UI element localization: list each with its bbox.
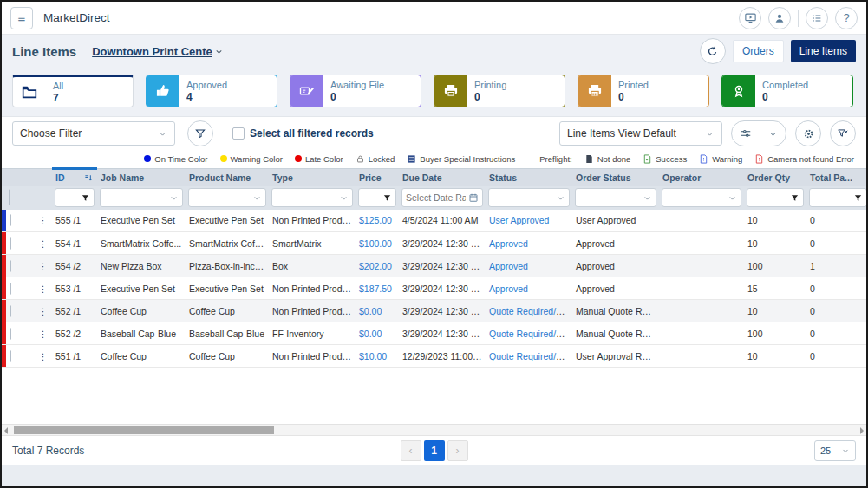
order-status-filter-select[interactable] xyxy=(575,188,656,207)
scroll-right-arrow-icon[interactable] xyxy=(860,427,864,434)
line-items-tab-button[interactable]: Line Items xyxy=(791,40,856,62)
next-page-button[interactable]: › xyxy=(447,440,468,461)
table-row[interactable]: ⋮ 554 /1 SmartMatrix Coffe... SmartMatri… xyxy=(2,232,868,255)
view-options-split-button[interactable] xyxy=(731,120,786,146)
location-selector-link[interactable]: Downtown Print Cente xyxy=(92,45,224,58)
status-card-printed[interactable]: Printed 0 xyxy=(578,75,709,107)
cell-order-qty: 10 xyxy=(744,345,806,368)
view-select[interactable]: Line Items View Default xyxy=(559,121,722,146)
select-all-rows-checkbox[interactable] xyxy=(9,189,10,205)
card-label: All xyxy=(53,81,63,92)
hamburger-menu-button[interactable]: ≡ xyxy=(10,7,33,29)
status-filter-select[interactable] xyxy=(488,188,570,207)
legend-late: Late Color xyxy=(295,154,343,164)
table-row[interactable]: ⋮ 552 /1 Coffee Cup Coffee Cup Non Print… xyxy=(2,300,868,322)
funnel-icon[interactable] xyxy=(81,193,90,203)
price-filter-input[interactable] xyxy=(362,192,380,203)
product-name-filter-select[interactable] xyxy=(188,188,266,207)
due-date-filter-input[interactable] xyxy=(406,192,466,203)
status-card-completed[interactable]: Completed 0 xyxy=(721,75,853,107)
row-menu-button[interactable]: ⋮ xyxy=(35,277,52,300)
total-records-label: Total 7 Records xyxy=(12,445,84,457)
display-share-button[interactable] xyxy=(739,7,761,29)
column-header-type[interactable]: Type xyxy=(269,169,356,186)
page-size-select[interactable]: 25 xyxy=(814,440,856,461)
order-qty-filter-input[interactable] xyxy=(751,192,787,203)
price-link[interactable]: $125.00 xyxy=(359,215,392,225)
funnel-icon[interactable] xyxy=(853,193,863,203)
row-menu-button[interactable]: ⋮ xyxy=(35,232,52,255)
row-menu-button[interactable]: ⋮ xyxy=(35,322,52,345)
price-link[interactable]: $10.00 xyxy=(359,351,387,361)
choose-filter-select[interactable]: Choose Filter xyxy=(12,121,175,146)
price-link[interactable]: $0.00 xyxy=(359,329,382,339)
funnel-icon[interactable] xyxy=(382,193,392,203)
funnel-icon[interactable] xyxy=(790,193,799,203)
table-row[interactable]: ⋮ 553 /1 Executive Pen Set Executive Pen… xyxy=(2,277,868,300)
column-header-operator[interactable]: Operator xyxy=(659,169,744,186)
status-link[interactable]: Approved xyxy=(489,238,528,249)
orders-tab-button[interactable]: Orders xyxy=(733,40,784,62)
calendar-icon[interactable] xyxy=(468,192,479,203)
clear-filter-button[interactable] xyxy=(830,120,856,146)
status-link[interactable]: User Approved xyxy=(489,215,549,225)
column-header-order-status[interactable]: Order Status xyxy=(572,169,659,186)
column-header-job-name[interactable]: Job Name xyxy=(97,169,186,186)
user-profile-button[interactable] xyxy=(768,7,791,29)
row-checkbox[interactable] xyxy=(10,214,11,226)
price-link[interactable]: $100.00 xyxy=(359,238,392,249)
apply-filter-button[interactable] xyxy=(187,120,213,146)
price-link[interactable]: $0.00 xyxy=(359,306,382,316)
status-card-all[interactable]: All 7 xyxy=(12,75,134,107)
row-menu-button[interactable]: ⋮ xyxy=(35,300,52,322)
scrollbar-thumb[interactable] xyxy=(14,426,274,434)
help-button[interactable]: ? xyxy=(835,7,858,29)
table-row[interactable]: ⋮ 555 /1 Executive Pen Set Executive Pen… xyxy=(2,210,868,232)
total-pages-filter-input[interactable] xyxy=(813,192,851,203)
id-filter-input[interactable] xyxy=(59,192,78,203)
footer-bar: Total 7 Records ‹ 1 › 25 xyxy=(2,435,866,465)
column-header-price[interactable]: Price xyxy=(356,169,399,186)
table-row[interactable]: ⋮ 552 /2 Baseball Cap-Blue Baseball Cap-… xyxy=(2,322,868,345)
row-menu-button[interactable]: ⋮ xyxy=(35,345,52,368)
job-name-filter-select[interactable] xyxy=(100,188,183,207)
price-link[interactable]: $187.50 xyxy=(359,283,392,294)
status-link[interactable]: Approved xyxy=(489,261,528,271)
row-checkbox[interactable] xyxy=(10,283,11,295)
table-row[interactable]: ⋮ 551 /1 Coffee Cup Coffee Cup Non Print… xyxy=(2,345,868,368)
scroll-left-arrow-icon[interactable] xyxy=(4,427,8,434)
status-card-approved[interactable]: Approved 4 xyxy=(146,75,277,107)
status-link[interactable]: Quote Required/W... xyxy=(489,351,571,361)
column-header-id[interactable]: ID xyxy=(52,169,97,186)
row-menu-button[interactable]: ⋮ xyxy=(35,210,52,232)
row-checkbox[interactable] xyxy=(10,260,11,272)
row-checkbox[interactable] xyxy=(10,237,11,250)
settings-button[interactable] xyxy=(795,120,821,146)
current-page-button[interactable]: 1 xyxy=(424,440,445,461)
status-card-printing[interactable]: Printing 0 xyxy=(434,75,565,107)
price-link[interactable]: $202.00 xyxy=(359,261,392,271)
column-header-product-name[interactable]: Product Name xyxy=(186,169,269,186)
column-header-order-qty[interactable]: Order Qty xyxy=(744,169,806,186)
refresh-button[interactable] xyxy=(700,38,726,64)
column-header-due-date[interactable]: Due Date xyxy=(399,169,486,186)
prev-page-button[interactable]: ‹ xyxy=(401,440,421,461)
filter-bar: Choose Filter Select all filtered record… xyxy=(2,117,866,150)
list-menu-button[interactable] xyxy=(806,7,828,29)
cell-total-pages: 0 xyxy=(806,300,868,322)
row-checkbox[interactable] xyxy=(10,328,11,340)
status-link[interactable]: Approved xyxy=(489,283,528,294)
row-checkbox[interactable] xyxy=(10,350,11,362)
status-link[interactable]: Quote Required/W... xyxy=(489,306,571,316)
select-all-filtered-checkbox[interactable]: Select all filtered records xyxy=(232,127,374,140)
column-header-status[interactable]: Status xyxy=(486,169,572,186)
column-header-total-pages[interactable]: Total Pa... xyxy=(806,169,868,186)
status-card-awaiting-file[interactable]: Awaiting File 0 xyxy=(290,75,421,107)
row-menu-button[interactable]: ⋮ xyxy=(35,255,52,277)
table-row[interactable]: ⋮ 554 /2 New Pizza Box Pizza-Box-in-inch… xyxy=(2,255,868,277)
type-filter-select[interactable] xyxy=(271,188,353,207)
horizontal-scrollbar[interactable] xyxy=(2,424,866,435)
row-checkbox[interactable] xyxy=(10,305,11,317)
status-link[interactable]: Quote Required/W... xyxy=(489,329,571,339)
operator-filter-select[interactable] xyxy=(662,188,741,207)
